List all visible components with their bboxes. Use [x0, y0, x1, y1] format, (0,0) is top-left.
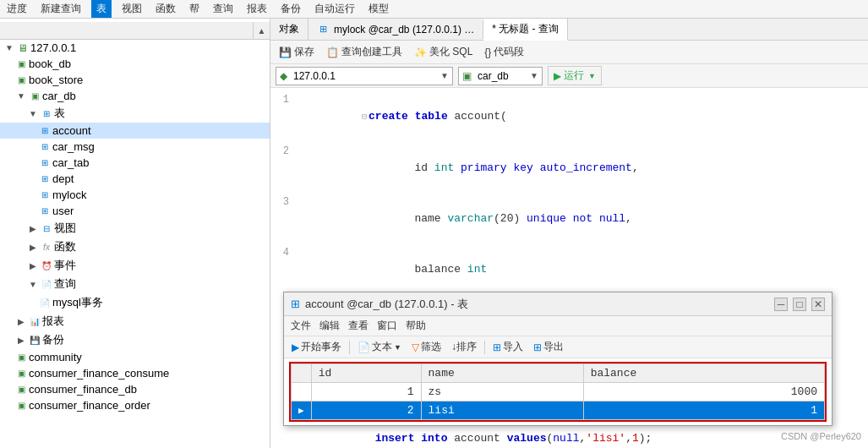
sidebar-item-account[interactable]: ⊞ account	[0, 123, 270, 139]
tab-mylock[interactable]: ⊞ mylock @car_db (127.0.0.1) …	[308, 20, 483, 39]
sidebar-item-reports-folder[interactable]: ▶ 📊 报表	[0, 312, 270, 331]
expand-icon: ▶	[27, 222, 39, 234]
sidebar-item-views-folder[interactable]: ▶ ⊟ 视图	[0, 219, 270, 238]
report-icon: 📊	[29, 315, 41, 327]
menu-function[interactable]: 函数	[152, 2, 179, 16]
sidebar-item-queries-folder[interactable]: ▼ 📄 查询	[0, 275, 270, 293]
sidebar-item-cf-db[interactable]: ▣ consumer_finance_db	[0, 381, 270, 397]
sidebar-item-car-msg[interactable]: ⊞ car_msg	[0, 139, 270, 155]
db-icon: ▣	[15, 400, 27, 412]
db-icon: ▣	[462, 70, 472, 82]
toolbar-divider2	[484, 341, 485, 354]
sidebar-item-label: car_db	[42, 90, 76, 102]
start-tx-button[interactable]: ▶ 开始事务	[289, 339, 344, 355]
sidebar-item-dept[interactable]: ⊞ dept	[0, 171, 270, 187]
menu-report[interactable]: 报表	[243, 2, 270, 16]
sidebar: ▲ ▼ 🖥 127.0.0.1 ▣ book_db ▣ book_store ▼…	[0, 19, 270, 448]
export-label: 导出	[543, 340, 564, 354]
export-button[interactable]: ⊞ 导出	[531, 339, 566, 355]
code-line-2: 2 id int primary key auto_increment,	[270, 143, 868, 194]
menu-new-query[interactable]: 新建查询	[37, 2, 85, 16]
tab-label: 对象	[279, 22, 299, 36]
query-tool-button[interactable]: 📋 查询创建工具	[323, 44, 406, 60]
sidebar-item-server[interactable]: ▼ 🖥 127.0.0.1	[0, 40, 270, 56]
server-select[interactable]: ◆ 127.0.0.1 ▼	[276, 67, 453, 85]
db-select[interactable]: ▣ car_db ▼	[458, 67, 543, 85]
save-label: 保存	[294, 45, 314, 59]
float-menu-window[interactable]: 窗口	[377, 319, 397, 333]
sidebar-item-book-store[interactable]: ▣ book_store	[0, 72, 270, 88]
sidebar-item-label: book_db	[29, 57, 71, 70]
float-menu-file[interactable]: 文件	[291, 319, 311, 333]
tab-untitled[interactable]: * 无标题 - 查询	[483, 19, 568, 41]
sidebar-item-cf-consume[interactable]: ▣ consumer_finance_consume	[0, 365, 270, 381]
table-row[interactable]: ▶ 2 lisi 1	[292, 402, 825, 420]
close-button[interactable]: ✕	[811, 298, 825, 311]
sidebar-scroll-up[interactable]: ▲	[253, 22, 270, 39]
sort-button[interactable]: ↓排序	[449, 339, 479, 355]
menu-query[interactable]: 查询	[210, 2, 237, 16]
import-button[interactable]: ⊞ 导入	[490, 339, 526, 355]
tab-label: * 无标题 - 查询	[492, 22, 559, 36]
table-row[interactable]: 1 zs 1000	[292, 383, 825, 402]
float-menu-help[interactable]: 帮助	[406, 319, 426, 333]
run-button[interactable]: ▶ 运行 ▼	[548, 66, 602, 85]
sidebar-item-cf-order[interactable]: ▣ consumer_finance_order	[0, 397, 270, 413]
query-folder-icon: 📄	[41, 278, 52, 290]
float-toolbar: ▶ 开始事务 📄 文本 ▼ ▽ 筛选 ↓排序 ⊞ 导入 ⊞ 导出	[284, 336, 832, 358]
sidebar-item-user[interactable]: ⊞ user	[0, 203, 270, 219]
sidebar-item-car-tab[interactable]: ⊞ car_tab	[0, 155, 270, 171]
filter-button[interactable]: ▽ 筛选	[409, 339, 444, 355]
text-label: 文本	[372, 340, 392, 354]
collapse-btn[interactable]: ⊟	[362, 112, 367, 122]
cell-id: 1	[311, 383, 421, 402]
menu-view[interactable]: 视图	[118, 2, 145, 16]
func-icon: fx	[41, 241, 52, 253]
watermark: CSDN @Perley620	[781, 431, 861, 441]
sidebar-item-book-db[interactable]: ▣ book_db	[0, 56, 270, 72]
beautify-icon: ✨	[414, 46, 427, 58]
sidebar-item-funcs-folder[interactable]: ▶ fx 函数	[0, 238, 270, 256]
expand-icon: ▼	[27, 107, 39, 119]
expand-icon: ▶	[27, 241, 39, 253]
code-icon: {}	[484, 46, 491, 58]
menu-table[interactable]: 表	[91, 0, 112, 18]
sidebar-item-events-folder[interactable]: ▶ ⏰ 事件	[0, 256, 270, 275]
query-tool-icon: 📋	[326, 46, 339, 58]
menu-backup[interactable]: 备份	[277, 2, 304, 16]
sidebar-item-label: 视图	[54, 221, 76, 236]
float-window-account: ⊞ account @car_db (127.0.0.1) - 表 ─ □ ✕ …	[283, 292, 833, 426]
minimize-button[interactable]: ─	[774, 298, 788, 311]
menu-model[interactable]: 模型	[365, 2, 392, 16]
run-label: 运行	[564, 68, 584, 83]
table-data-container: id name balance 1 zs 1000 ▶ 2 lisi	[289, 362, 827, 422]
menu-progress[interactable]: 进度	[3, 2, 30, 16]
event-icon: ⏰	[41, 260, 52, 271]
beautify-button[interactable]: ✨ 美化 SQL	[411, 44, 476, 60]
maximize-button[interactable]: □	[793, 298, 806, 311]
menu-help[interactable]: 帮	[186, 2, 203, 16]
sidebar-item-tables-folder[interactable]: ▼ ⊞ 表	[0, 104, 270, 123]
menu-autorun[interactable]: 自动运行	[311, 2, 358, 16]
expand-icon: ▼	[3, 42, 15, 54]
code-segment-button[interactable]: {} 代码段	[481, 44, 527, 60]
sidebar-item-car-db[interactable]: ▼ ▣ car_db	[0, 88, 270, 104]
text-button[interactable]: 📄 文本 ▼	[355, 339, 404, 355]
sidebar-item-backup-folder[interactable]: ▶ 💾 备份	[0, 331, 270, 349]
col-id: id	[311, 364, 421, 383]
sidebar-item-mysql-tx[interactable]: 📄 mysql事务	[0, 293, 270, 312]
float-menu-bar: 文件 编辑 查看 窗口 帮助	[284, 316, 832, 336]
save-button[interactable]: 💾 保存	[276, 44, 318, 60]
float-menu-view[interactable]: 查看	[348, 319, 368, 333]
code-line-1: 1 ⊟create table account(	[270, 91, 868, 143]
sidebar-item-label: car_msg	[52, 140, 95, 153]
sidebar-item-label: account	[52, 124, 91, 137]
server-value: 127.0.0.1	[293, 70, 336, 82]
db-icon: ▣	[15, 368, 27, 380]
float-menu-edit[interactable]: 编辑	[319, 319, 340, 333]
sidebar-item-community[interactable]: ▣ community	[0, 349, 270, 365]
start-tx-icon: ▶	[292, 341, 299, 353]
row-indicator	[292, 383, 312, 402]
tab-object[interactable]: 对象	[270, 19, 308, 40]
sidebar-item-mylock[interactable]: ⊞ mylock	[0, 187, 270, 203]
